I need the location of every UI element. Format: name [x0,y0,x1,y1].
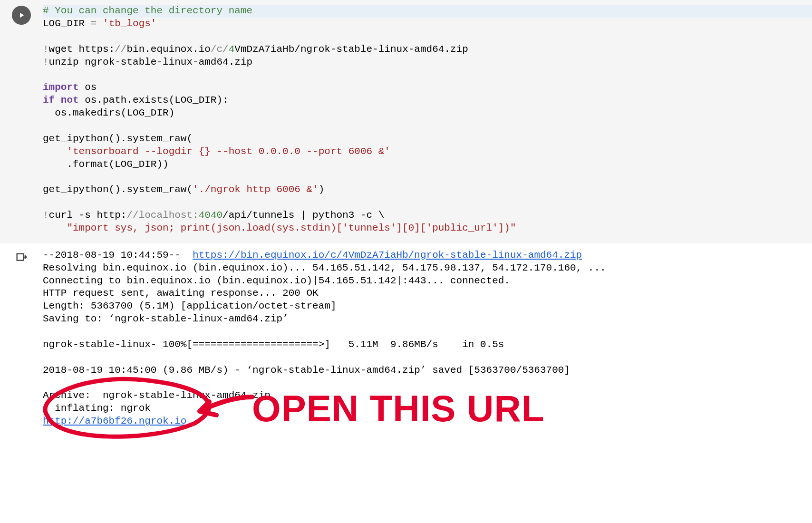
play-icon [17,11,26,19]
code-cell: # You can change the directory name LOG_… [0,0,812,243]
output-expand-button[interactable] [14,251,29,265]
code-editor[interactable]: # You can change the directory name LOG_… [43,0,812,243]
code-gutter [0,0,43,243]
code-comment: # You can change the directory name [43,5,252,16]
output-icon [15,252,28,265]
output-link-ngrok[interactable]: http://a7b6bf26.ngrok.io [43,416,186,426]
run-cell-button[interactable] [12,6,31,25]
annotation-label: OPEN THIS URL [252,387,544,430]
output-link-download[interactable]: https://bin.equinox.io/c/4VmDzA7iaHb/ngr… [193,250,582,261]
output-gutter [0,243,43,439]
svg-rect-0 [17,253,24,260]
